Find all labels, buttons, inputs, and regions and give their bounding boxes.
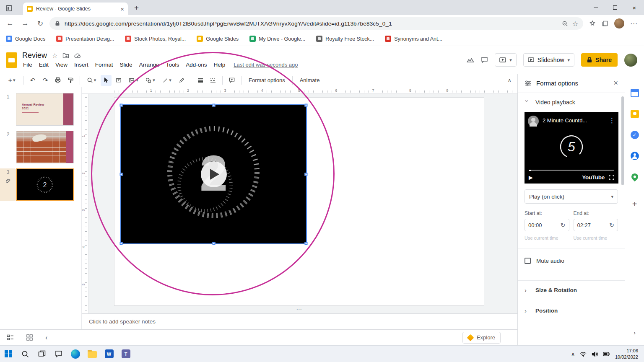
notes-resize-handle[interactable]: ⋯ bbox=[296, 306, 303, 313]
edge-taskbar-icon[interactable] bbox=[67, 346, 84, 362]
bookmark-royalty-free[interactable]: Royalty Free Stock... bbox=[316, 36, 374, 42]
menu-arrange[interactable]: Arrange bbox=[136, 61, 163, 69]
maximize-button[interactable] bbox=[605, 0, 625, 15]
comment-button[interactable] bbox=[226, 75, 237, 86]
menu-format[interactable]: Format bbox=[92, 61, 117, 69]
insert-shape-button[interactable]: ▾ bbox=[143, 75, 158, 86]
forward-button[interactable]: → bbox=[19, 18, 31, 29]
video-playback-section-header[interactable]: › Video playback bbox=[525, 93, 618, 111]
grid-view-icon[interactable] bbox=[26, 334, 33, 341]
filmstrip-slide-1[interactable]: 1 Annual Review 2021 bbox=[0, 90, 81, 128]
task-view-icon[interactable] bbox=[34, 346, 50, 362]
keep-icon[interactable] bbox=[631, 110, 639, 118]
menu-edit[interactable]: Edit bbox=[36, 61, 52, 69]
chat-icon[interactable] bbox=[50, 346, 67, 362]
url-text[interactable]: https://docs.google.com/presentation/d/1… bbox=[65, 21, 558, 27]
browser-tab[interactable]: Review - Google Slides × bbox=[23, 3, 128, 15]
select-tool-button[interactable] bbox=[101, 75, 112, 86]
use-current-time-end[interactable]: Use current time bbox=[574, 235, 618, 240]
bookmark-synonyms[interactable]: Synonyms and Ant... bbox=[385, 36, 442, 42]
video-play-button[interactable]: ▶ bbox=[529, 174, 533, 181]
size-rotation-section-header[interactable]: › Size & Rotation bbox=[525, 281, 618, 299]
last-edit-link[interactable]: Last edit was seconds ago bbox=[234, 62, 298, 68]
end-at-input[interactable] bbox=[577, 222, 610, 228]
panel-scrollbar[interactable] bbox=[621, 96, 624, 185]
speaker-notes[interactable]: Click to add speaker notes bbox=[82, 313, 517, 329]
resize-handle-n[interactable] bbox=[212, 104, 215, 107]
calendar-icon[interactable] bbox=[631, 89, 639, 97]
collections-icon[interactable] bbox=[602, 20, 608, 27]
contacts-icon[interactable] bbox=[631, 152, 639, 160]
file-explorer-icon[interactable] bbox=[84, 346, 101, 362]
explore-button[interactable]: Explore bbox=[462, 332, 501, 344]
slides-logo-icon[interactable] bbox=[6, 52, 17, 68]
battery-icon[interactable] bbox=[603, 352, 610, 356]
text-box-button[interactable] bbox=[113, 75, 124, 86]
browser-profile-avatar[interactable] bbox=[614, 18, 624, 28]
add-favorite-icon[interactable]: ☆ bbox=[572, 20, 578, 28]
insert-image-button[interactable]: ▾ bbox=[126, 75, 141, 86]
resize-handle-sw[interactable] bbox=[120, 242, 123, 245]
new-slide-button[interactable]: + ▾ bbox=[4, 75, 19, 86]
play-mode-select[interactable]: Play (on click) ▾ bbox=[525, 189, 618, 204]
menu-file[interactable]: File bbox=[22, 61, 36, 69]
animate-button[interactable]: Animate bbox=[296, 75, 323, 85]
tab-close-icon[interactable]: × bbox=[120, 5, 124, 13]
reload-button[interactable]: ↻ bbox=[34, 18, 46, 29]
mute-audio-checkbox[interactable] bbox=[525, 258, 531, 264]
move-folder-icon[interactable] bbox=[62, 53, 69, 59]
resize-handle-nw[interactable] bbox=[120, 104, 123, 107]
maps-icon[interactable] bbox=[630, 172, 639, 182]
bookmark-google-docs[interactable]: Google Docs bbox=[6, 36, 45, 42]
mute-audio-row[interactable]: Mute audio bbox=[525, 248, 618, 273]
filmstrip-slide-2[interactable]: 2 bbox=[0, 128, 81, 166]
menu-addons[interactable]: Add-ons bbox=[182, 61, 210, 69]
favorites-bar-icon[interactable] bbox=[589, 20, 596, 27]
menu-help[interactable]: Help bbox=[210, 61, 229, 69]
slide-3-thumbnail[interactable]: 2 bbox=[16, 168, 74, 201]
slide-1-thumbnail[interactable]: Annual Review 2021 bbox=[16, 93, 74, 126]
paint-format-button[interactable] bbox=[65, 75, 76, 86]
site-info-icon[interactable] bbox=[55, 21, 60, 26]
menu-view[interactable]: View bbox=[52, 61, 71, 69]
insert-line-button[interactable]: ▾ bbox=[159, 75, 174, 86]
menu-tools[interactable]: Tools bbox=[163, 61, 183, 69]
end-at-field[interactable]: ↻ bbox=[574, 219, 618, 231]
border-color-button[interactable] bbox=[176, 75, 187, 86]
format-options-button[interactable]: Format options bbox=[245, 75, 288, 85]
filmstrip-slide-3[interactable]: 3 2 bbox=[0, 166, 81, 204]
volume-icon[interactable] bbox=[592, 352, 598, 357]
filmstrip-view-icon[interactable] bbox=[7, 334, 14, 341]
slide-2-thumbnail[interactable] bbox=[16, 131, 74, 163]
address-field[interactable]: https://docs.google.com/presentation/d/1… bbox=[49, 17, 583, 30]
reset-end-icon[interactable]: ↻ bbox=[609, 222, 614, 228]
clock[interactable]: 17:06 10/02/2022 bbox=[615, 348, 641, 360]
video-player[interactable]: 2 bbox=[121, 105, 306, 243]
start-at-field[interactable]: ↻ bbox=[525, 219, 569, 231]
border-dash-button[interactable] bbox=[208, 75, 218, 86]
resize-handle-ne[interactable] bbox=[305, 104, 308, 107]
minimize-button[interactable] bbox=[586, 0, 605, 15]
close-button[interactable]: × bbox=[625, 0, 644, 15]
collapse-filmstrip-icon[interactable]: ‹ bbox=[45, 334, 47, 341]
wifi-icon[interactable] bbox=[580, 352, 587, 357]
panel-close-icon[interactable]: × bbox=[613, 79, 618, 88]
start-at-input[interactable] bbox=[528, 222, 561, 228]
browser-menu-icon[interactable]: ⋯ bbox=[630, 19, 637, 28]
resize-handle-se[interactable] bbox=[305, 242, 308, 245]
office-app-icon[interactable]: W bbox=[101, 346, 117, 362]
video-menu-icon[interactable]: ⋮ bbox=[609, 116, 615, 124]
reset-start-icon[interactable]: ↻ bbox=[561, 222, 566, 228]
back-button[interactable]: ← bbox=[4, 18, 16, 29]
star-document-icon[interactable]: ☆ bbox=[52, 52, 57, 59]
collapse-toolbar-icon[interactable]: ∧ bbox=[507, 77, 512, 83]
account-avatar[interactable] bbox=[624, 54, 637, 67]
activity-dashboard-icon[interactable] bbox=[467, 57, 474, 63]
resize-handle-w[interactable] bbox=[120, 173, 123, 176]
position-section-header[interactable]: › Position bbox=[525, 301, 618, 320]
present-to-meeting-button[interactable]: ▾ bbox=[495, 53, 517, 67]
bookmark-stock-photos[interactable]: Stock Photos, Royal... bbox=[125, 36, 186, 42]
video-play-icon[interactable] bbox=[201, 161, 227, 187]
hide-side-panel-icon[interactable]: › bbox=[634, 329, 636, 336]
undo-button[interactable]: ↶ bbox=[27, 75, 38, 86]
